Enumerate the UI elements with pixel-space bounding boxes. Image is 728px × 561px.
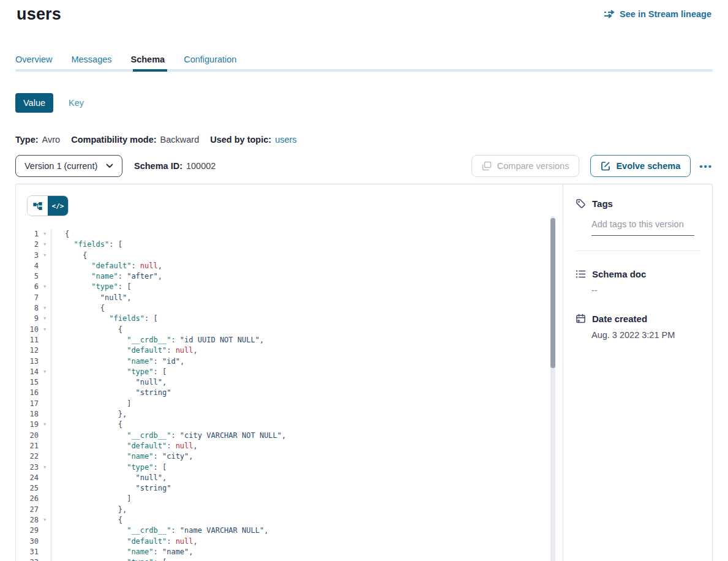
code-line: 26 ] bbox=[16, 494, 563, 504]
code-line: 28▼ { bbox=[16, 515, 563, 525]
code-line: 23▼ "type": [ bbox=[16, 462, 563, 473]
schema-doc-heading-row: Schema doc bbox=[576, 269, 700, 279]
code-line: 7 "null", bbox=[16, 293, 563, 303]
line-number: 17 bbox=[16, 399, 39, 409]
code-line: 6▼ "type": [ bbox=[16, 282, 563, 292]
editor-scrollbar-thumb[interactable] bbox=[550, 218, 555, 368]
line-number: 23 bbox=[16, 462, 39, 473]
meta-label: Type: bbox=[15, 135, 39, 145]
fold-spacer bbox=[39, 537, 51, 547]
code-text: "fields": [ bbox=[51, 239, 563, 250]
tab-messages[interactable]: Messages bbox=[71, 55, 111, 64]
fold-spacer bbox=[39, 345, 51, 356]
code-line: 5 "name": "after", bbox=[16, 271, 563, 282]
schema-page: users See in Stream lineage OverviewMess… bbox=[0, 0, 728, 561]
tab-schema[interactable]: Schema bbox=[131, 55, 165, 64]
fold-spacer bbox=[39, 388, 51, 398]
fold-toggle-icon[interactable]: ▼ bbox=[39, 229, 51, 239]
tree-view-button[interactable] bbox=[28, 196, 48, 216]
fold-spacer bbox=[39, 441, 51, 451]
line-number: 5 bbox=[16, 271, 39, 282]
calendar-plus-icon bbox=[576, 314, 586, 324]
line-number: 29 bbox=[16, 525, 39, 536]
tag-icon bbox=[576, 198, 586, 209]
add-tags-input[interactable] bbox=[591, 219, 694, 236]
active-tab-indicator bbox=[133, 69, 167, 72]
evolve-schema-button[interactable]: Evolve schema bbox=[590, 155, 691, 177]
schema-id: Schema ID: 100002 bbox=[134, 161, 216, 171]
line-number: 31 bbox=[16, 547, 39, 557]
schema-controls-row: Version 1 (current) Schema ID: 100002 Co… bbox=[15, 155, 713, 177]
fold-spacer bbox=[39, 483, 51, 494]
line-number: 6 bbox=[16, 282, 39, 292]
tab-underline bbox=[15, 69, 713, 72]
tab-configuration[interactable]: Configuration bbox=[184, 55, 236, 64]
line-number: 9 bbox=[16, 314, 39, 324]
line-number: 8 bbox=[16, 303, 39, 314]
schema-id-value: 100002 bbox=[186, 161, 216, 171]
line-number: 22 bbox=[16, 451, 39, 462]
value-tab-button[interactable]: Value bbox=[15, 93, 53, 113]
code-text: "name": "city", bbox=[51, 451, 563, 462]
meta-value: Backward bbox=[160, 135, 200, 145]
schema-doc-value: -- bbox=[591, 285, 700, 295]
code-line: 8▼ { bbox=[16, 303, 563, 314]
code-line: 15 "null", bbox=[16, 377, 563, 388]
code-text: { bbox=[51, 325, 563, 335]
fold-toggle-icon[interactable]: ▼ bbox=[39, 462, 51, 473]
code-text: "__crdb__": "city VARCHAR NOT NULL", bbox=[51, 431, 563, 441]
tab-overview[interactable]: Overview bbox=[15, 55, 52, 64]
fold-spacer bbox=[39, 494, 51, 504]
evolve-schema-icon bbox=[601, 161, 610, 171]
chevron-down-icon bbox=[106, 164, 113, 168]
code-line: 10▼ { bbox=[16, 325, 563, 335]
line-number: 18 bbox=[16, 409, 39, 420]
fold-spacer bbox=[39, 335, 51, 345]
fold-spacer bbox=[39, 451, 51, 462]
code-text: "type": [ bbox=[51, 557, 563, 561]
fold-toggle-icon[interactable]: ▼ bbox=[39, 303, 51, 314]
key-tab-link[interactable]: Key bbox=[69, 98, 84, 108]
code-view-button[interactable]: </> bbox=[48, 196, 68, 216]
fold-spacer bbox=[39, 505, 51, 515]
schema-info-sidebar: Tags Schema doc -- bbox=[563, 184, 712, 561]
schema-id-label: Schema ID: bbox=[134, 161, 182, 171]
code-text: }, bbox=[51, 505, 563, 515]
fold-toggle-icon[interactable]: ▼ bbox=[39, 325, 51, 335]
fold-toggle-icon[interactable]: ▼ bbox=[39, 250, 51, 261]
schema-meta-row: Type:AvroCompatibility mode:BackwardUsed… bbox=[15, 135, 297, 145]
code-line: 18 }, bbox=[16, 409, 563, 420]
line-number: 19 bbox=[16, 420, 39, 430]
schema-doc-heading: Schema doc bbox=[592, 269, 646, 279]
fold-spacer bbox=[39, 399, 51, 409]
fold-toggle-icon[interactable]: ▼ bbox=[39, 420, 51, 430]
fold-toggle-icon[interactable]: ▼ bbox=[39, 557, 51, 561]
editor-scrollbar-track[interactable] bbox=[550, 216, 555, 561]
compare-versions-label: Compare versions bbox=[497, 161, 569, 171]
tags-heading-row: Tags bbox=[576, 198, 700, 209]
code-line: 31 "name": "name", bbox=[16, 547, 563, 557]
compare-versions-button[interactable]: Compare versions bbox=[471, 155, 580, 177]
fold-toggle-icon[interactable]: ▼ bbox=[39, 314, 51, 324]
line-number: 24 bbox=[16, 473, 39, 483]
fold-toggle-icon[interactable]: ▼ bbox=[39, 282, 51, 292]
fold-spacer bbox=[39, 356, 51, 367]
line-number: 28 bbox=[16, 515, 39, 525]
meta-value-link[interactable]: users bbox=[275, 135, 296, 145]
code-line: 20 "__crdb__": "city VARCHAR NOT NULL", bbox=[16, 431, 563, 441]
fold-toggle-icon[interactable]: ▼ bbox=[39, 367, 51, 377]
tree-view-icon bbox=[33, 202, 42, 210]
version-select[interactable]: Version 1 (current) bbox=[15, 155, 122, 177]
line-number: 7 bbox=[16, 293, 39, 303]
code-text: { bbox=[51, 250, 563, 261]
fold-toggle-icon[interactable]: ▼ bbox=[39, 239, 51, 250]
more-options-button[interactable]: ••• bbox=[699, 161, 713, 171]
fold-spacer bbox=[39, 525, 51, 536]
line-number: 20 bbox=[16, 431, 39, 441]
code-line: 22 "name": "city", bbox=[16, 451, 563, 462]
code-text: "type": [ bbox=[51, 462, 563, 473]
fold-spacer bbox=[39, 431, 51, 441]
code-text: "fields": [ bbox=[51, 314, 563, 324]
fold-toggle-icon[interactable]: ▼ bbox=[39, 515, 51, 525]
see-in-stream-lineage-link[interactable]: See in Stream lineage bbox=[604, 9, 711, 19]
